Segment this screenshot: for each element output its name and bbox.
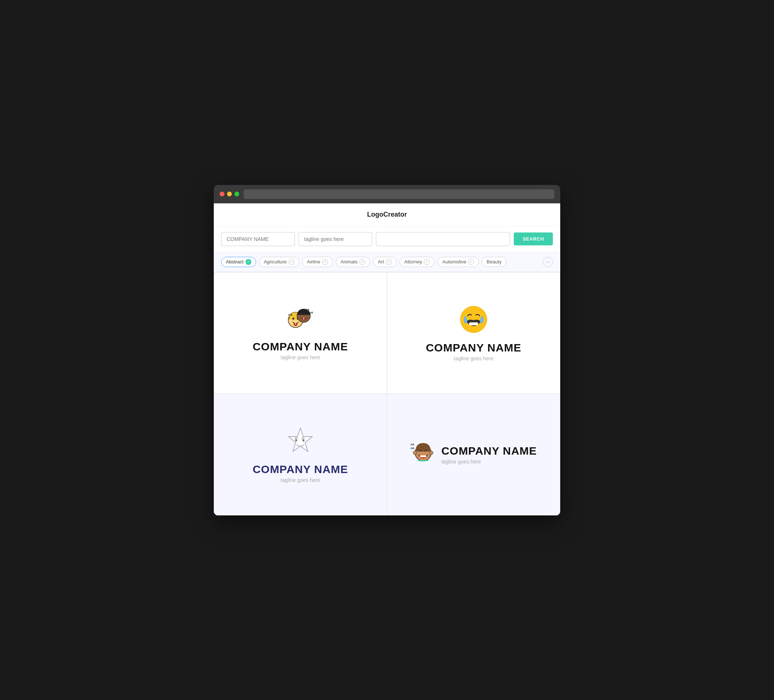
search-button[interactable]: SEARCH xyxy=(514,233,553,245)
search-bar: SEARCH xyxy=(214,226,560,253)
logo-card-4-name: COMPANY NAME xyxy=(441,445,537,457)
logo-icon-2 xyxy=(459,305,488,336)
browser-window: LogoCreator SEARCH Abstract ✓ Agricultur… xyxy=(214,185,560,515)
filter-label-agriculture: Agriculture xyxy=(264,259,287,264)
company-name-input[interactable] xyxy=(221,232,295,246)
filter-chip-agriculture[interactable]: Agriculture ✓ xyxy=(259,257,299,267)
logo-card-2-tagline: tagline goes here xyxy=(454,355,493,362)
logo-card-2[interactable]: COMPANY NAME tagline goes here xyxy=(387,272,560,394)
filter-chip-animals[interactable]: Animals ✓ xyxy=(336,257,370,267)
filter-bar: Abstract ✓ Agriculture ✓ Airline ✓ Anima… xyxy=(214,253,560,272)
traffic-light-green[interactable] xyxy=(235,192,239,196)
filter-label-abstract: Abstract xyxy=(226,259,244,264)
svg-text:HA: HA xyxy=(288,313,293,317)
check-icon-airline: ✓ xyxy=(322,259,328,265)
filter-chip-art[interactable]: Art ✓ xyxy=(373,257,397,267)
check-icon-automotive: ✓ xyxy=(468,259,474,265)
logo-card-4-inner: HA HA COMPANY NAME tagline goes here xyxy=(410,438,537,471)
logo-card-3-name: COMPANY NAME xyxy=(253,463,348,475)
logo-card-4[interactable]: HA HA COMPANY NAME tagline goes here xyxy=(387,394,560,515)
app-title: LogoCreator xyxy=(367,211,407,218)
browser-chrome xyxy=(214,185,560,203)
logo-card-1-tagline: tagline goes here xyxy=(281,355,320,360)
check-icon-agriculture: ✓ xyxy=(289,259,294,265)
svg-text:★: ★ xyxy=(294,438,298,442)
address-bar[interactable] xyxy=(244,189,554,199)
app-header: LogoCreator xyxy=(214,203,560,226)
filter-label-attorney: Attorney xyxy=(404,259,422,264)
filter-chip-beauty[interactable]: Beauty xyxy=(482,257,506,267)
filter-label-automotive: Automotive xyxy=(442,259,466,264)
filter-chip-abstract[interactable]: Abstract ✓ xyxy=(221,257,256,267)
filter-chip-automotive[interactable]: Automotive ✓ xyxy=(438,257,479,267)
logo-card-4-tagline: tagline goes here xyxy=(441,459,537,465)
svg-point-1 xyxy=(293,318,294,320)
logo-card-4-text: COMPANY NAME tagline goes here xyxy=(441,445,537,465)
filter-chip-airline[interactable]: Airline ✓ xyxy=(302,257,333,267)
logo-icon-3: ★ ★ xyxy=(286,426,315,457)
logo-card-2-name: COMPANY NAME xyxy=(426,342,521,354)
logo-grid: HA HA HA COMPANY NAME tagline goes here xyxy=(214,272,560,515)
svg-point-16 xyxy=(429,451,433,455)
filter-label-art: Art xyxy=(378,259,384,264)
filter-next-arrow[interactable]: → xyxy=(542,257,553,267)
tagline-input[interactable] xyxy=(299,232,372,246)
logo-card-1-name: COMPANY NAME xyxy=(253,340,348,353)
filter-label-animals: Animals xyxy=(341,259,357,264)
svg-point-15 xyxy=(413,451,417,455)
logo-icon-4: HA HA xyxy=(410,438,436,465)
logo-card-1[interactable]: HA HA HA COMPANY NAME tagline goes here xyxy=(214,272,387,394)
check-icon-attorney: ✓ xyxy=(424,259,430,265)
logo-card-3[interactable]: ★ ★ COMPANY NAME tagline goes here xyxy=(214,394,387,515)
filter-label-beauty: Beauty xyxy=(486,259,501,264)
check-icon-abstract: ✓ xyxy=(245,259,251,265)
check-icon-animals: ✓ xyxy=(359,259,365,265)
svg-rect-17 xyxy=(420,456,426,457)
logo-icon-1: HA HA HA xyxy=(284,305,317,335)
traffic-light-yellow[interactable] xyxy=(227,192,232,196)
svg-text:HA: HA xyxy=(410,443,414,446)
traffic-lights xyxy=(220,192,239,196)
svg-text:★: ★ xyxy=(302,438,305,442)
filter-chip-attorney[interactable]: Attorney ✓ xyxy=(400,257,435,267)
filter-label-airline: Airline xyxy=(307,259,320,264)
svg-text:HA: HA xyxy=(309,311,313,314)
traffic-light-red[interactable] xyxy=(220,192,225,196)
app-content: LogoCreator SEARCH Abstract ✓ Agricultur… xyxy=(214,203,560,515)
logo-card-3-tagline: tagline goes here xyxy=(281,477,320,483)
check-icon-art: ✓ xyxy=(386,259,392,265)
extra-search-input[interactable] xyxy=(376,232,510,246)
svg-text:HA: HA xyxy=(410,447,414,449)
